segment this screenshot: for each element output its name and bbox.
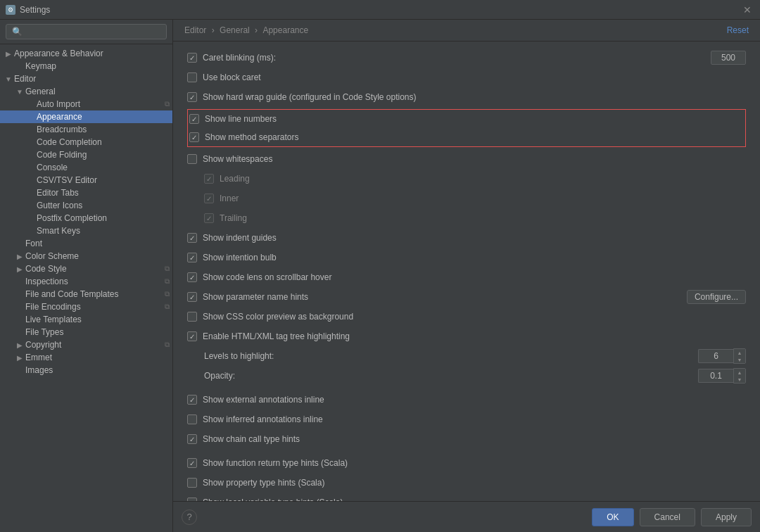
opacity-up-button[interactable]: ▲ [734,369,745,376]
sidebar-item-console[interactable]: Console [0,161,172,174]
show-chain-call-type-hints-label: Show chain call type hints [203,434,746,444]
levels-input[interactable] [698,349,733,363]
settings-icon: ⚙ [6,5,15,15]
show-method-separators-checkbox[interactable] [189,132,199,142]
title-bar: ⚙ Settings ✕ [0,0,760,20]
show-function-return-type-hints-checkbox[interactable] [187,458,197,468]
sidebar-item-csv-tsv-editor[interactable]: CSV/TSV Editor [0,174,172,186]
leading-label: Leading [220,174,746,184]
show-external-annotations-checkbox[interactable] [187,395,197,405]
setting-show-intention-bulb: Show intention bulb [187,250,746,265]
title-bar-left: ⚙ Settings [6,5,50,15]
show-inferred-annotations-checkbox[interactable] [187,414,197,424]
setting-show-chain-call-type-hints: Show chain call type hints [187,431,746,447]
cancel-button[interactable]: Cancel [640,508,695,526]
show-css-color-preview-label: Show CSS color preview as background [203,312,746,322]
sidebar-item-file-encodings[interactable]: File Encodings ⧉ [0,300,172,313]
levels-up-button[interactable]: ▲ [734,349,745,356]
sidebar-item-live-templates[interactable]: Live Templates [0,313,172,326]
arrow-icon: ▶ [14,341,25,349]
sidebar-item-breadcrumbs[interactable]: Breadcrumbs [0,123,172,136]
show-property-type-hints-checkbox[interactable] [187,478,197,488]
sidebar-item-code-folding[interactable]: Code Folding [0,148,172,161]
caret-blinking-label: Caret blinking (ms): [203,53,705,63]
arrow-icon: ▶ [14,253,25,260]
levels-to-highlight-label: Levels to highlight: [204,351,692,361]
opacity-spinner-buttons: ▲ ▼ [733,368,746,384]
setting-show-css-color-preview: Show CSS color preview as background [187,309,746,324]
sidebar-item-images[interactable]: Images [0,364,172,376]
sidebar-item-auto-import[interactable]: Auto Import ⧉ [0,98,172,110]
sidebar-item-editor[interactable]: ▼ Editor [0,72,172,85]
opacity-label: Opacity: [204,371,692,381]
enable-html-xml-highlighting-label: Enable HTML/XML tag tree highlighting [203,331,746,341]
sidebar-item-keymap[interactable]: Keymap [0,60,172,72]
close-button[interactable]: ✕ [740,3,754,17]
levels-spinner: ▲ ▼ [698,348,746,364]
show-line-numbers-checkbox[interactable] [189,114,199,124]
levels-down-button[interactable]: ▼ [734,356,745,363]
caret-blinking-input[interactable] [711,51,746,65]
arrow-icon: ▶ [3,50,14,58]
hard-wrap-guide-checkbox[interactable] [187,92,197,102]
sidebar-item-editor-tabs[interactable]: Editor Tabs [0,186,172,199]
sidebar-item-general[interactable]: ▼ General [0,85,172,98]
enable-html-xml-highlighting-checkbox[interactable] [187,331,197,341]
setting-levels-to-highlight: Levels to highlight: ▲ ▼ [187,348,746,364]
setting-leading: Leading [187,171,746,186]
sidebar-item-color-scheme[interactable]: ▶ Color Scheme [0,250,172,262]
show-indent-guides-label: Show indent guides [203,233,746,243]
show-intention-bulb-checkbox[interactable] [187,253,197,262]
sidebar-item-appearance-behavior[interactable]: ▶ Appearance & Behavior [0,47,172,60]
show-indent-guides-checkbox[interactable] [187,233,197,243]
sidebar-item-postfix-completion[interactable]: Postfix Completion [0,212,172,224]
inner-checkbox[interactable] [204,194,214,203]
show-code-lens-label: Show code lens on scrollbar hover [203,272,746,282]
hard-wrap-guide-label: Show hard wrap guide (configured in Code… [203,92,746,102]
sidebar-item-gutter-icons[interactable]: Gutter Icons [0,199,172,212]
use-block-caret-checkbox[interactable] [187,72,197,82]
show-code-lens-checkbox[interactable] [187,272,197,282]
show-chain-call-type-hints-checkbox[interactable] [187,434,197,444]
reset-button[interactable]: Reset [727,25,749,35]
configure-button[interactable]: Configure... [687,290,746,304]
window-title: Settings [20,5,50,15]
sidebar-item-code-completion[interactable]: Code Completion [0,136,172,148]
levels-spinner-buttons: ▲ ▼ [733,348,746,364]
sidebar-item-file-types[interactable]: File Types [0,326,172,338]
content-area: Editor › General › Appearance Reset Care… [173,20,760,532]
show-css-color-preview-checkbox[interactable] [187,312,197,322]
trailing-checkbox[interactable] [204,213,214,223]
sidebar-item-code-style[interactable]: ▶ Code Style ⧉ [0,262,172,275]
apply-button[interactable]: Apply [701,508,752,526]
use-block-caret-label: Use block caret [203,72,746,82]
ok-button[interactable]: OK [592,508,633,526]
show-inferred-annotations-label: Show inferred annotations inline [203,414,746,424]
opacity-down-button[interactable]: ▼ [734,376,745,383]
breadcrumb-part-editor: Editor [184,25,206,35]
search-input[interactable] [6,24,167,39]
show-parameter-name-hints-checkbox[interactable] [187,292,197,302]
show-property-type-hints-label: Show property type hints (Scala) [203,478,746,488]
inner-label: Inner [220,194,746,203]
trailing-label: Trailing [220,213,746,223]
setting-show-indent-guides: Show indent guides [187,230,746,246]
copy-icon: ⧉ [165,290,170,298]
caret-blinking-checkbox[interactable] [187,53,197,63]
show-parameter-name-hints-label: Show parameter name hints [203,292,680,302]
show-whitespaces-checkbox[interactable] [187,154,197,164]
sidebar-item-emmet[interactable]: ▶ Emmet [0,351,172,364]
sidebar-item-copyright[interactable]: ▶ Copyright ⧉ [0,338,172,351]
copy-icon: ⧉ [165,303,170,311]
opacity-input[interactable] [698,369,733,383]
sidebar-item-font[interactable]: Font [0,237,172,250]
breadcrumb-part-appearance: Appearance [262,25,308,35]
sidebar-item-inspections[interactable]: Inspections ⧉ [0,275,172,288]
leading-checkbox[interactable] [204,174,214,184]
sidebar-item-smart-keys[interactable]: Smart Keys [0,224,172,237]
setting-show-external-annotations: Show external annotations inline [187,392,746,407]
help-button[interactable]: ? [182,509,197,525]
sidebar-item-appearance[interactable]: Appearance [0,110,172,123]
sidebar-item-file-and-code-templates[interactable]: File and Code Templates ⧉ [0,288,172,300]
breadcrumb: Editor › General › Appearance [184,25,308,35]
